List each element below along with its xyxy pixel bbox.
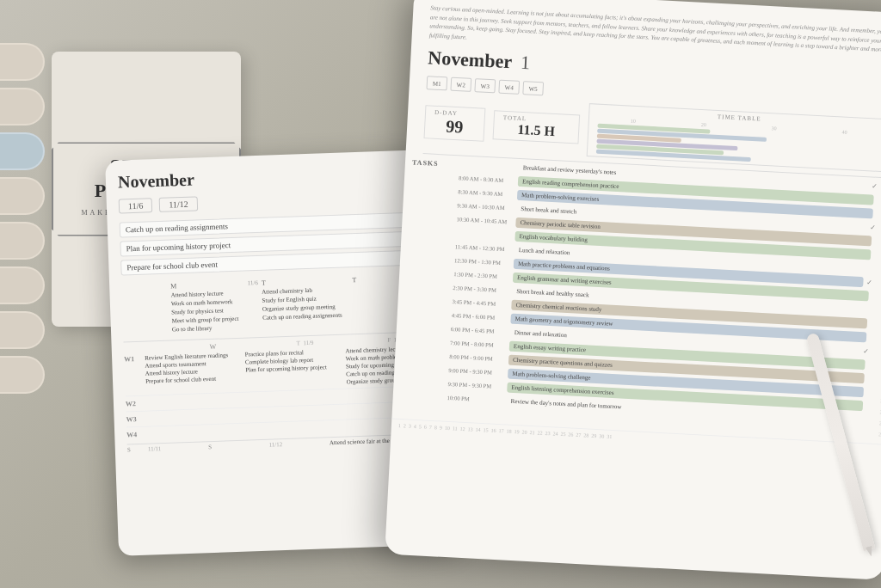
time-2: 8:30 AM - 9:30 AM: [458, 187, 514, 197]
day-btn-w3[interactable]: W3: [474, 78, 496, 93]
rn-19: 19: [868, 362, 881, 374]
bn-19: 19: [514, 429, 519, 434]
bn-7: 7: [429, 425, 432, 430]
m-col: Attend history lecture Work on math home…: [170, 289, 261, 335]
day-btn-w2[interactable]: W2: [450, 77, 471, 92]
bn-3: 3: [409, 424, 411, 429]
day-btn-w4[interactable]: W4: [498, 80, 520, 95]
time-5: [456, 228, 512, 232]
bn-31: 31: [607, 434, 612, 439]
left-tab-5[interactable]: [0, 222, 45, 260]
bn-29: 29: [591, 433, 596, 438]
bn-26: 26: [568, 432, 573, 437]
dday-value: 99: [434, 115, 476, 137]
rn-7: 7: [875, 228, 881, 240]
bn-12: 12: [459, 426, 465, 432]
col-m-date: 11/6: [247, 279, 257, 287]
time-15: 7:00 PM - 8:00 PM: [450, 338, 506, 348]
rn-3: 3: [878, 183, 881, 195]
bn-23: 23: [545, 431, 550, 436]
s-date2: 11/12: [268, 439, 328, 448]
rn-13: 13: [872, 295, 881, 307]
rn-10: 10: [873, 261, 881, 273]
bn-22: 22: [537, 430, 542, 435]
time-8: 1:30 PM - 2:30 PM: [453, 269, 509, 279]
bn-21: 21: [529, 430, 534, 435]
bn-6: 6: [424, 425, 427, 430]
tnum-30: 30: [771, 126, 776, 131]
rn-6: 6: [876, 217, 881, 229]
week-start-btn[interactable]: 11/6: [119, 198, 153, 213]
weekly-month: November: [118, 162, 439, 193]
main-content: TASKS Breakfast and review yesterday's n…: [392, 156, 881, 441]
bn-13: 13: [467, 426, 472, 432]
tablet-right: Stay curious and open-minded. Learning i…: [385, 0, 881, 580]
daily-day: 1: [520, 52, 530, 75]
left-tab-3[interactable]: [0, 132, 45, 170]
time-3: 9:30 AM - 10:30 AM: [457, 200, 513, 211]
s-label: S: [127, 446, 146, 454]
schedule-list: Breakfast and review yesterday's notes ✓…: [447, 159, 878, 439]
week-cols: Attend history lecture Work on math home…: [121, 283, 443, 337]
rn-11: 11: [872, 273, 881, 285]
tasks-header: TASKS: [412, 158, 459, 168]
time-1: 8:00 AM - 8:30 AM: [459, 173, 514, 183]
total-value: 11.5 H: [502, 121, 570, 140]
rn-5: 5: [876, 205, 881, 217]
time-7: 12:30 PM - 1:30 PM: [454, 255, 510, 266]
col-t-header: T: [262, 279, 266, 287]
left-tab-8[interactable]: [0, 356, 45, 394]
bn-9: 9: [440, 426, 442, 431]
time-20: 10:00 PM: [447, 393, 503, 403]
w1-col1: Review English literature readings Atten…: [145, 352, 244, 393]
left-tab-7[interactable]: [0, 311, 45, 349]
bn-10: 10: [445, 426, 450, 431]
day-btn-m1[interactable]: M1: [426, 76, 447, 90]
bn-4: 4: [414, 424, 416, 429]
time-9: 2:30 PM - 3:30 PM: [453, 283, 508, 293]
time-11: 3:45 PM - 4:45 PM: [452, 297, 508, 307]
rn-23: 23: [866, 406, 881, 418]
m-item-5: Go to the library: [172, 323, 262, 334]
rn-4: 4: [877, 194, 881, 206]
bn-5: 5: [419, 424, 422, 429]
left-tab-4[interactable]: [0, 177, 45, 215]
w1-col2: Practice plans for recital Complete biol…: [245, 348, 345, 389]
left-tab-1[interactable]: [0, 43, 45, 81]
rn-21: 21: [867, 383, 881, 395]
bn-27: 27: [576, 432, 581, 438]
time-4: 10:30 AM - 10:45 AM: [456, 214, 512, 224]
w3-label: W3: [126, 415, 145, 424]
rn-9: 9: [874, 250, 881, 262]
day-btn-w5[interactable]: W5: [522, 81, 544, 95]
rn-12: 12: [872, 284, 881, 296]
rn-16: 16: [870, 328, 881, 340]
rn-17: 17: [869, 340, 881, 352]
t-item-4: Catch up on reading assignments: [262, 311, 352, 322]
bn-11: 11: [453, 426, 458, 431]
bn-1: 1: [398, 423, 401, 428]
rn-14: 14: [871, 306, 881, 318]
s-label2: S: [208, 442, 268, 450]
bn-30: 30: [599, 433, 604, 438]
timetable-box: TIME TABLE 10 20 30 40: [587, 103, 881, 172]
rn-15: 15: [871, 317, 881, 329]
dday-box: D-DAY 99: [424, 105, 486, 142]
rn-18: 18: [869, 351, 881, 363]
bn-25: 25: [560, 432, 565, 437]
rn-25: 25: [865, 428, 881, 440]
s-date1: 11/11: [148, 444, 207, 452]
time-6: 11:45 AM - 12:30 PM: [455, 242, 511, 252]
bn-20: 20: [521, 430, 527, 435]
week-end-btn[interactable]: 11/12: [159, 196, 198, 212]
week-nav: 11/6 11/12: [119, 188, 439, 214]
bn-15: 15: [483, 427, 488, 432]
tnum-40: 40: [841, 130, 847, 135]
time-16: 8:00 PM - 9:00 PM: [449, 352, 505, 362]
bn-14: 14: [475, 427, 480, 432]
rn-22: 22: [866, 395, 881, 407]
total-box: TOTAL 11.5 H: [493, 110, 581, 144]
left-tab-group: [0, 43, 45, 394]
left-tab-6[interactable]: [0, 266, 45, 304]
left-tab-2[interactable]: [0, 88, 45, 126]
